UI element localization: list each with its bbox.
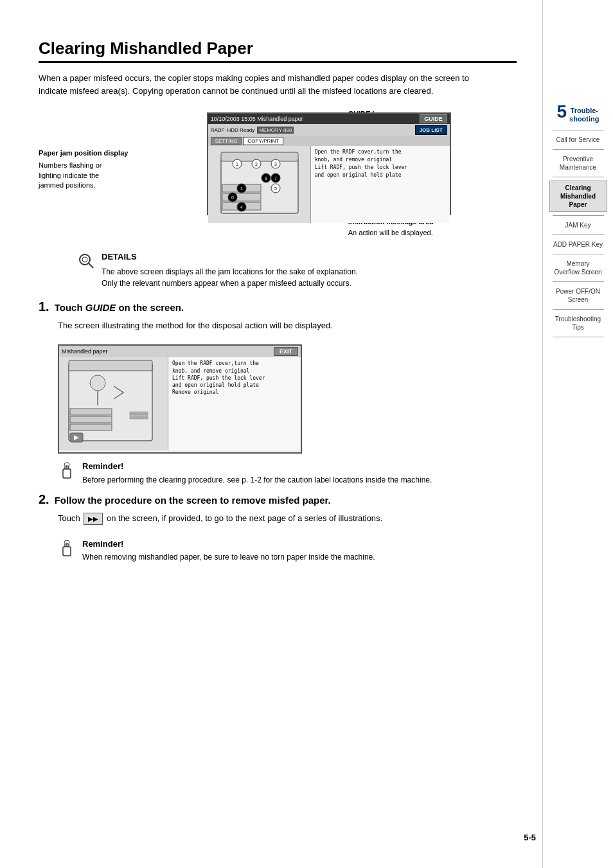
step1-body: The screen illustrating the method for t…	[58, 319, 517, 332]
step2-title: Follow the procedure on the screen to re…	[55, 495, 331, 506]
screen1-mockup: 10/10/2003 15:05 Mishandled paper GUIDE …	[207, 112, 451, 215]
copier-svg: 1 2 3 7 8 5	[208, 146, 311, 223]
sidebar: 5 Trouble- shooting Call for Service Pre…	[542, 0, 613, 868]
screen1-instruction-line1: Open the RADF cover,turn the	[315, 148, 446, 156]
sidebar-trouble-label1: Trouble-	[569, 107, 599, 115]
intro-text: When a paper misfeed occurs, the copier …	[39, 72, 475, 97]
reminder2-box: Reminder! When removing mishandled paper…	[58, 538, 517, 563]
sidebar-divider-3	[553, 215, 604, 216]
svg-point-24	[82, 257, 87, 262]
screen2-exit-btn: EXIT	[274, 347, 298, 356]
screen1-instruction-line3: Lift RADF, push the lock lever	[315, 164, 446, 172]
magnify-icon	[77, 252, 95, 270]
sidebar-divider-5	[553, 254, 604, 254]
svg-text:0: 0	[231, 195, 234, 200]
svg-point-23	[80, 254, 90, 265]
details-box: DETAILS The above screen displays all th…	[77, 251, 517, 289]
reminder1-box: Reminder! Before performing the clearing…	[58, 460, 517, 486]
sidebar-item-jam-key[interactable]: JAM Key	[549, 218, 607, 232]
next-page-btn: ▶▶	[84, 513, 103, 525]
paper-jam-subtext: Numbers flashing or lighting indicate th…	[39, 161, 116, 190]
svg-text:8: 8	[265, 176, 267, 181]
screen2-copier-diagram: ▶	[59, 357, 168, 450]
job-list-btn: JOB LIST	[415, 125, 447, 135]
sidebar-item-clearing-mishandled-paper[interactable]: Clearing Mishandled Paper	[549, 181, 607, 212]
svg-text:2: 2	[255, 162, 258, 166]
step1-number: 1.	[39, 299, 49, 314]
sidebar-item-add-paper-key[interactable]: ADD PAPER Key	[549, 238, 607, 251]
svg-rect-29	[70, 416, 112, 423]
radf-text: RADF	[211, 127, 225, 133]
svg-line-25	[89, 263, 93, 268]
reminder1-text: Before performing the clearing procedure…	[82, 474, 432, 486]
svg-text:1: 1	[236, 162, 238, 166]
screen2-line4: and open original hold plate	[172, 382, 297, 389]
page-title: Clearing Mishandled Paper	[39, 39, 517, 63]
details-text2: Only the relevant numbers appear when a …	[102, 278, 358, 289]
paper-jam-label-area: Paper jam position display Numbers flash…	[39, 110, 128, 191]
reminder2-content: Reminder! When removing mishandled paper…	[82, 538, 375, 563]
screen2-line3: Lift RADF, push the lock lever	[172, 375, 297, 382]
screen1-body: 1 2 3 7 8 5	[208, 146, 450, 223]
hdd-text: HDD Ready	[227, 127, 254, 133]
screen1-tabs: SETTING COPY/PRINT	[208, 136, 450, 146]
sidebar-trouble-label2: shooting	[569, 115, 599, 123]
screen2-body: ▶ Open the RADF cover,turn the knob, and…	[59, 357, 301, 450]
screen2-text-area: Open the RADF cover,turn the knob, and r…	[168, 357, 301, 450]
svg-text:4: 4	[240, 205, 243, 209]
svg-point-31	[90, 375, 105, 391]
step2-header: 2. Follow the procedure on the screen to…	[39, 492, 517, 507]
svg-rect-43	[63, 547, 71, 556]
screen2-line1: Open the RADF cover,turn the	[172, 360, 297, 367]
sidebar-item-preventive-maintenance[interactable]: Preventive Maintenance	[549, 152, 607, 174]
step1: 1. Touch GUIDE on the screen. The screen…	[39, 299, 517, 332]
step2-number: 2.	[39, 492, 49, 507]
svg-rect-38	[63, 469, 71, 478]
screen1-text-area: Open the RADF cover,turn the knob, and r…	[311, 146, 450, 223]
screen2-line2: knob, and remove original	[172, 368, 297, 375]
reminder1-title: Reminder!	[82, 460, 432, 473]
step1-header: 1. Touch GUIDE on the screen.	[39, 299, 517, 314]
screen1-header: 10/10/2003 15:05 Mishandled paper GUIDE	[208, 114, 450, 124]
sidebar-item-power-offon[interactable]: Power OFF/ON Screen	[549, 285, 607, 306]
svg-text:1: 1	[240, 186, 243, 191]
sidebar-divider-8	[553, 337, 604, 337]
svg-rect-35	[130, 417, 148, 419]
sidebar-item-memory-overflow[interactable]: Memory Overflow Screen	[549, 257, 607, 279]
sidebar-divider-7	[553, 309, 604, 310]
screen2-line5: Remove original	[172, 389, 297, 396]
screen2-header: Mishandled paper EXIT	[59, 346, 301, 357]
sidebar-item-troubleshooting-tips[interactable]: Troubleshooting Tips	[549, 312, 607, 334]
screen2-header-text: Mishandled paper	[62, 348, 108, 355]
paper-jam-label: Paper jam position display	[39, 148, 128, 158]
step2-body1: Touch	[58, 513, 80, 523]
active-tab: COPY/PRINT	[243, 137, 283, 145]
sidebar-number: 5	[556, 103, 567, 121]
screen1-mockup-area: GUIDE key Touch to display the subsequen…	[141, 110, 517, 238]
svg-rect-34	[130, 414, 148, 416]
svg-text:5: 5	[274, 186, 277, 191]
screen2-svg: ▶	[59, 357, 168, 450]
diagram-section: Paper jam position display Numbers flash…	[39, 110, 517, 238]
screen1-header-text: 10/10/2003 15:05 Mishandled paper	[211, 116, 303, 122]
step2-body: Touch ▶▶ on the screen, if provided, to …	[58, 512, 517, 525]
sidebar-item-call-for-service[interactable]: Call for Service	[549, 133, 607, 146]
reminder1-icon	[58, 460, 76, 484]
instruction-text: An action will be displayed.	[348, 228, 451, 238]
svg-rect-28	[70, 409, 112, 415]
screen1-guide-btn: GUIDE	[420, 114, 447, 123]
reminder1-content: Reminder! Before performing the clearing…	[82, 460, 432, 486]
reminder2-hand-icon	[58, 538, 76, 558]
sidebar-divider-2	[553, 177, 604, 177]
memory-text: MEMORY 888	[257, 127, 294, 134]
sidebar-divider-6	[553, 281, 604, 282]
reminder-hand-icon	[58, 460, 76, 481]
reminder2-text: When removing mishandled paper, be sure …	[82, 551, 375, 563]
details-text1: The above screen displays all the jam lo…	[102, 266, 358, 278]
screen1-copier-diagram: 1 2 3 7 8 5	[208, 146, 311, 223]
page-number: 5-5	[524, 833, 536, 842]
svg-rect-30	[70, 424, 112, 430]
step2: 2. Follow the procedure on the screen to…	[39, 492, 517, 525]
svg-rect-1	[221, 152, 298, 161]
details-content: DETAILS The above screen displays all th…	[102, 251, 358, 289]
